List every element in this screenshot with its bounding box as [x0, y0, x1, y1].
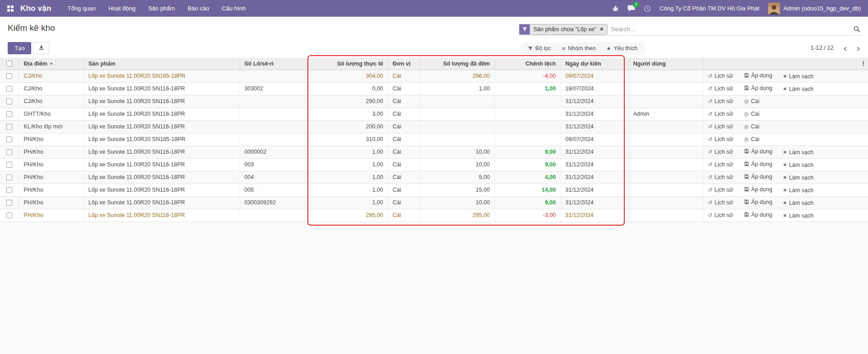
table-row[interactable]: CJ/KhoLốp xe Sunote 11.00R20 SN116-18PR3…	[0, 82, 868, 95]
quantity-cell[interactable]: 1,00	[307, 158, 388, 171]
history-button[interactable]: ↺Lịch sử	[708, 149, 733, 155]
table-row[interactable]: PH/KhoLốp xe Sunote 11.00R20 SN116-18PR2…	[0, 209, 868, 222]
scheduled-date-cell[interactable]: 31/12/2024	[561, 196, 628, 209]
clear-button[interactable]: ✖Làm sạch	[783, 187, 813, 194]
user-cell[interactable]	[628, 146, 703, 158]
scheduled-date-cell[interactable]: 31/12/2024	[561, 120, 628, 133]
menu-operations[interactable]: Hoạt động	[102, 0, 142, 17]
quantity-cell[interactable]: 310,00	[307, 133, 388, 146]
history-button[interactable]: ↺Lịch sử	[708, 187, 733, 193]
quantity-cell[interactable]: 1,00	[307, 171, 388, 184]
user-cell[interactable]	[628, 184, 703, 196]
header-unit[interactable]: Đơn vị	[388, 58, 420, 70]
quantity-cell[interactable]: 3,00	[307, 108, 388, 120]
pager-next-icon[interactable]: ›	[857, 43, 860, 52]
row-checkbox[interactable]	[6, 149, 12, 155]
select-all-checkbox[interactable]	[6, 61, 12, 66]
counted-cell[interactable]: 5,00	[420, 171, 495, 184]
user-cell[interactable]: Admin	[628, 108, 703, 120]
counted-cell[interactable]: 15,00	[420, 184, 495, 196]
table-row[interactable]: KL/Kho lốp mớiLốp xe Sunote 11.00R20 SN1…	[0, 120, 868, 133]
messages-icon[interactable]: 7	[627, 5, 635, 12]
export-button[interactable]	[33, 42, 49, 54]
row-checkbox[interactable]	[6, 73, 12, 79]
apply-button[interactable]: Áp dụng	[744, 212, 773, 218]
quantity-cell[interactable]: 1,00	[307, 146, 388, 158]
user-cell[interactable]	[628, 95, 703, 108]
history-button[interactable]: ↺Lịch sử	[708, 199, 733, 206]
history-button[interactable]: ↺Lịch sử	[708, 123, 733, 130]
header-scheduled-date[interactable]: Ngày dự kiến	[561, 58, 628, 70]
scheduled-date-cell[interactable]: 31/12/2024	[561, 209, 628, 222]
clear-button[interactable]: ✖Làm sạch	[783, 73, 813, 80]
set-button[interactable]: ◎Cài	[744, 98, 760, 104]
row-checkbox[interactable]	[6, 200, 12, 206]
apply-button[interactable]: Áp dụng	[744, 148, 773, 155]
debug-bug-icon[interactable]	[612, 5, 619, 12]
header-quantity[interactable]: Số lượng thực tế	[307, 58, 388, 70]
user-cell[interactable]	[628, 171, 703, 184]
scheduled-date-cell[interactable]: 09/07/2024	[561, 133, 628, 146]
quantity-cell[interactable]: 0,00	[307, 82, 388, 95]
user-cell[interactable]	[628, 196, 703, 209]
scheduled-date-cell[interactable]: 31/12/2024	[561, 171, 628, 184]
app-brand[interactable]: Kho vận	[20, 4, 51, 13]
scheduled-date-cell[interactable]: 09/07/2024	[561, 70, 628, 82]
clear-button[interactable]: ✖Làm sạch	[783, 86, 813, 92]
menu-products[interactable]: Sản phẩm	[142, 0, 181, 17]
history-button[interactable]: ↺Lịch sử	[708, 136, 733, 142]
filters-button[interactable]: Bộ lọc	[523, 42, 557, 55]
history-button[interactable]: ↺Lịch sử	[708, 98, 733, 104]
table-row[interactable]: GHTT/KhoLốp xe Sunote 11.00R20 SN116-18P…	[0, 108, 868, 120]
history-button[interactable]: ↺Lịch sử	[708, 161, 733, 168]
row-checkbox[interactable]	[6, 111, 12, 117]
counted-cell[interactable]: 296,00	[420, 70, 495, 82]
header-difference[interactable]: Chênh lệch	[495, 58, 561, 70]
user-cell[interactable]	[628, 120, 703, 133]
quantity-cell[interactable]: 304,00	[307, 70, 388, 82]
row-checkbox[interactable]	[6, 187, 12, 193]
optional-columns-toggle[interactable]: ⋮	[859, 58, 868, 70]
apply-button[interactable]: Áp dụng	[744, 186, 773, 193]
table-row[interactable]: PH/KhoLốp xe Sunote 11.00R20 SN185-18PR3…	[0, 133, 868, 146]
pager-previous-icon[interactable]: ‹	[844, 43, 847, 52]
apply-button[interactable]: Áp dụng	[744, 85, 773, 91]
user-menu[interactable]: Admin (odoo15_hgp_dev_db)	[768, 3, 861, 14]
header-product[interactable]: Sản phẩm	[84, 58, 240, 70]
row-checkbox[interactable]	[6, 175, 12, 180]
counted-cell[interactable]	[420, 120, 495, 133]
menu-overview[interactable]: Tổng quan	[61, 0, 102, 17]
header-counted[interactable]: Số lượng đã đếm	[420, 58, 495, 70]
table-row[interactable]: PH/KhoLốp xe Sunote 11.00R20 SN116-18PR0…	[0, 196, 868, 209]
menu-reporting[interactable]: Báo cáo	[181, 0, 216, 17]
row-checkbox[interactable]	[6, 86, 12, 92]
group-by-button[interactable]: ≡ Nhóm theo	[557, 42, 601, 55]
history-button[interactable]: ↺Lịch sử	[708, 73, 733, 79]
counted-cell[interactable]	[420, 95, 495, 108]
counted-cell[interactable]: 10,00	[420, 158, 495, 171]
row-checkbox[interactable]	[6, 137, 12, 142]
counted-cell[interactable]: 10,00	[420, 196, 495, 209]
set-button[interactable]: ◎Cài	[744, 111, 760, 117]
select-all-cell[interactable]	[0, 58, 19, 70]
row-checkbox[interactable]	[6, 124, 12, 130]
search-input[interactable]	[611, 26, 852, 33]
scheduled-date-cell[interactable]: 18/07/2024	[561, 82, 628, 95]
table-row[interactable]: CJ/KhoLốp xe Sunote 11.00R20 SN116-18PR2…	[0, 95, 868, 108]
history-button[interactable]: ↺Lịch sử	[708, 174, 733, 180]
clear-button[interactable]: ✖Làm sạch	[783, 149, 813, 156]
row-checkbox[interactable]	[6, 99, 12, 104]
user-cell[interactable]	[628, 158, 703, 171]
table-row[interactable]: CJ/KhoLốp xe Sunote 11.00R20 SN185-18PR3…	[0, 70, 868, 82]
clear-button[interactable]: ✖Làm sạch	[783, 200, 813, 206]
search-icon[interactable]	[852, 26, 862, 33]
clear-button[interactable]: ✖Làm sạch	[783, 212, 813, 219]
favorites-button[interactable]: ★ Yêu thích	[601, 42, 643, 55]
user-cell[interactable]	[628, 82, 703, 95]
quantity-cell[interactable]: 1,00	[307, 196, 388, 209]
user-cell[interactable]	[628, 209, 703, 222]
apply-button[interactable]: Áp dụng	[744, 72, 773, 79]
apply-button[interactable]: Áp dụng	[744, 161, 773, 167]
company-name[interactable]: Công Ty Cổ Phần TM DV Hồ Gia Phát	[660, 5, 760, 12]
header-location[interactable]: Địa điểm▼	[19, 58, 84, 70]
